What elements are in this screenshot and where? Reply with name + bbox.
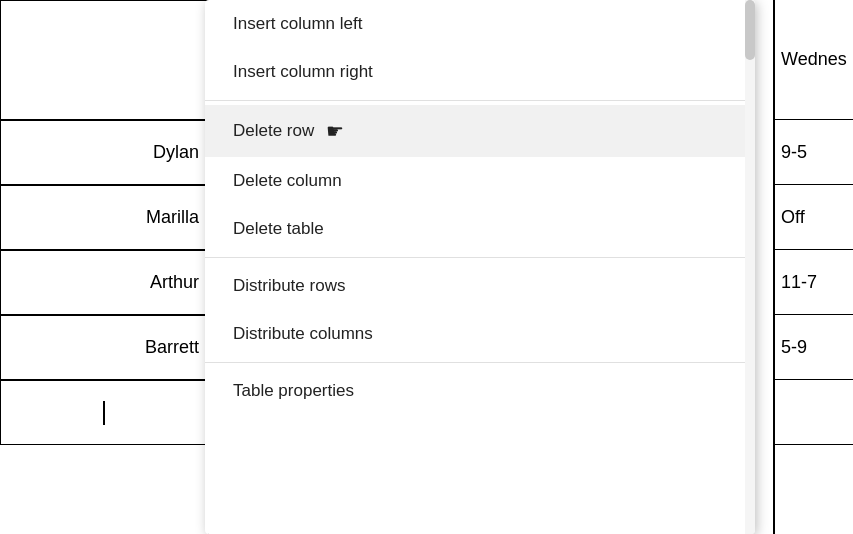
cursor-hand-icon: ☛ xyxy=(326,119,344,143)
menu-item-label-delete-row: Delete row xyxy=(233,121,314,141)
menu-item-insert-col-right[interactable]: Insert column right xyxy=(205,48,755,96)
menu-divider-insert-col-right xyxy=(205,100,755,101)
cell-text-marilla: Marilla xyxy=(146,207,199,228)
right-cell-2: 11-7 xyxy=(775,250,853,315)
cell-text-arthur: Arthur xyxy=(150,272,199,293)
text-cursor-icon xyxy=(103,401,105,425)
table-cell-empty-header xyxy=(0,0,208,120)
menu-item-label-table-properties: Table properties xyxy=(233,381,354,401)
menu-item-distribute-rows[interactable]: Distribute rows xyxy=(205,262,755,310)
menu-item-label-insert-col-right: Insert column right xyxy=(233,62,373,82)
right-cell-text-1: Off xyxy=(781,207,805,228)
menu-item-insert-col-left[interactable]: Insert column left xyxy=(205,0,755,48)
menu-item-label-distribute-columns: Distribute columns xyxy=(233,324,373,344)
cell-text-dylan: Dylan xyxy=(153,142,199,163)
menu-item-label-delete-table: Delete table xyxy=(233,219,324,239)
menu-item-distribute-columns[interactable]: Distribute columns xyxy=(205,310,755,358)
menu-divider-distribute-columns xyxy=(205,362,755,363)
menu-item-label-distribute-rows: Distribute rows xyxy=(233,276,345,296)
menu-divider-delete-table xyxy=(205,257,755,258)
table-cell-arthur: Arthur xyxy=(0,250,208,315)
menu-item-delete-column[interactable]: Delete column xyxy=(205,157,755,205)
right-cell-0: 9-5 xyxy=(775,120,853,185)
table-left-column: Dylan Marilla Arthur Barrett xyxy=(0,0,210,534)
scrollbar-thumb[interactable] xyxy=(745,0,755,60)
menu-item-table-properties[interactable]: Table properties xyxy=(205,367,755,415)
menu-item-label-delete-column: Delete column xyxy=(233,171,342,191)
table-cell-dylan: Dylan xyxy=(0,120,208,185)
table-cell-marilla: Marilla xyxy=(0,185,208,250)
menu-item-delete-table[interactable]: Delete table xyxy=(205,205,755,253)
menu-item-label-insert-col-left: Insert column left xyxy=(233,14,362,34)
scrollbar-track[interactable] xyxy=(745,0,755,534)
right-cell-3: 5-9 xyxy=(775,315,853,380)
right-cell-text-2: 11-7 xyxy=(781,272,817,293)
right-cell-text-0: 9-5 xyxy=(781,142,807,163)
menu-item-delete-row[interactable]: Delete row☛ xyxy=(205,105,755,157)
cell-text-barrett: Barrett xyxy=(145,337,199,358)
right-cell-1: Off xyxy=(775,185,853,250)
right-col-header-text: Wednes xyxy=(781,49,847,70)
table-right-column: Wednes 9-5 Off 11-7 5-9 xyxy=(773,0,853,534)
table-cell-barrett: Barrett xyxy=(0,315,208,380)
right-cell-4 xyxy=(775,380,853,445)
table-cell-cursor xyxy=(0,380,208,445)
right-cell-text-3: 5-9 xyxy=(781,337,807,358)
context-menu: Insert column leftInsert column rightDel… xyxy=(205,0,755,534)
right-col-header: Wednes xyxy=(775,0,853,120)
